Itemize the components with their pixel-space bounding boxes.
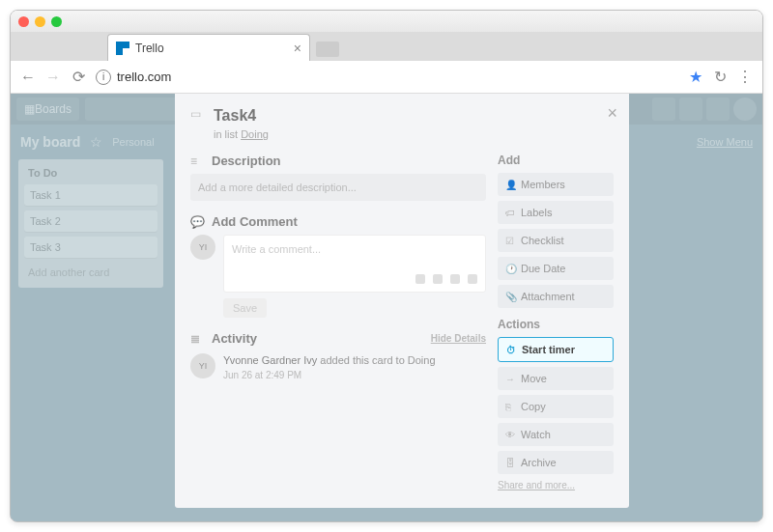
sidebar-add-members[interactable]: 👤Members [498, 173, 614, 196]
sidebar-action-move[interactable]: →Move [498, 367, 614, 390]
window-titlebar [11, 11, 762, 32]
card-title[interactable]: Task4 [214, 107, 256, 125]
activity-heading: Activity [212, 331, 257, 346]
actions-section-title: Actions [498, 318, 614, 331]
tab-title: Trello [135, 42, 164, 55]
extension-icon[interactable]: ↻ [712, 68, 728, 86]
forward-icon: → [45, 69, 61, 86]
viewport: ▦ Boards 🐶 New Stuff ▦ Trello My board ☆… [11, 94, 762, 521]
sidebar-add-attachment[interactable]: 📎Attachment [498, 285, 614, 308]
trello-favicon-icon [116, 42, 129, 55]
sidebar-action-copy[interactable]: ⎘Copy [498, 395, 614, 418]
window-zoom-icon[interactable] [51, 16, 62, 27]
tab-strip: Trello × [11, 32, 762, 61]
card-in-list: in list Doing [214, 128, 614, 140]
sidebar-item-icon: 👁 [505, 430, 515, 440]
activity-avatar: YI [190, 353, 215, 378]
site-info-icon[interactable]: i [96, 70, 111, 85]
add-section-title: Add [498, 154, 614, 167]
sidebar-item-label: Watch [521, 429, 551, 440]
activity-action: added this card to Doing [320, 354, 435, 366]
hide-details-link[interactable]: Hide Details [431, 333, 486, 344]
comment-placeholder: Write a comment... [232, 243, 477, 255]
card-icon: ▭ [190, 107, 204, 125]
sidebar-item-icon: 👤 [505, 180, 515, 190]
menu-icon[interactable]: ⋮ [737, 68, 753, 86]
activity-icon: ≣ [190, 332, 204, 346]
sidebar-action-start-timer[interactable]: ⏱Start timer [498, 337, 614, 362]
comment-input[interactable]: Write a comment... [223, 235, 486, 293]
sidebar-add-labels[interactable]: 🏷Labels [498, 201, 614, 224]
list-link[interactable]: Doing [241, 128, 269, 140]
sidebar-add-due-date[interactable]: 🕐Due Date [498, 257, 614, 280]
toolbar: ← → ⟳ i trello.com ★ ↻ ⋮ [11, 61, 762, 94]
sidebar-item-label: Labels [521, 207, 552, 218]
user-avatar: YI [190, 235, 215, 260]
sidebar-action-watch[interactable]: 👁Watch [498, 423, 614, 446]
url-text: trello.com [117, 70, 171, 84]
comment-tools [232, 274, 477, 284]
sidebar-item-label: Archive [521, 457, 557, 468]
bookmark-star-icon[interactable]: ★ [689, 68, 702, 86]
trello-app: ▦ Boards 🐶 New Stuff ▦ Trello My board ☆… [11, 94, 762, 521]
back-icon[interactable]: ← [20, 69, 36, 86]
attachment-tool-icon[interactable] [415, 274, 425, 284]
mention-tool-icon[interactable] [433, 274, 443, 284]
sidebar-item-label: Attachment [521, 291, 575, 302]
comment-icon: 💬 [190, 215, 204, 229]
reload-icon[interactable]: ⟳ [71, 68, 86, 86]
share-link[interactable]: Share and more... [498, 480, 614, 490]
sidebar-item-icon: 🏷 [505, 208, 515, 218]
activity-user[interactable]: Yvonne Gardner Ivy [223, 354, 317, 366]
sidebar-item-label: Copy [521, 401, 546, 412]
activity-timestamp: Jun 26 at 2:49 PM [223, 370, 301, 380]
comment-heading: Add Comment [212, 214, 298, 229]
card-sidebar: Add 👤Members🏷Labels☑Checklist🕐Due Date📎A… [498, 154, 614, 490]
browser-tab[interactable]: Trello × [107, 34, 310, 61]
save-comment-button[interactable]: Save [223, 298, 267, 318]
description-heading: Description [212, 154, 281, 168]
sidebar-item-icon: → [505, 374, 515, 384]
card-tool-icon[interactable] [468, 274, 477, 284]
emoji-tool-icon[interactable] [450, 274, 460, 284]
card-main: ≡Description Add a more detailed descrip… [190, 154, 486, 490]
sidebar-item-label: Move [521, 373, 547, 384]
sidebar-item-icon: 📎 [505, 292, 515, 302]
sidebar-action-archive[interactable]: 🗄Archive [498, 451, 614, 474]
sidebar-item-icon: 🗄 [505, 458, 515, 468]
description-input[interactable]: Add a more detailed description... [190, 174, 486, 201]
activity-item: YI Yvonne Gardner Ivy added this card to… [190, 353, 486, 383]
sidebar-item-label: Start timer [522, 344, 575, 355]
new-tab-button[interactable] [316, 42, 339, 57]
sidebar-item-label: Checklist [521, 235, 564, 246]
description-icon: ≡ [190, 154, 204, 168]
close-icon[interactable]: × [607, 103, 617, 124]
window-close-icon[interactable] [18, 16, 29, 27]
address-bar[interactable]: i trello.com [96, 70, 679, 85]
sidebar-add-checklist[interactable]: ☑Checklist [498, 229, 614, 252]
sidebar-item-label: Due Date [521, 263, 565, 274]
browser-window: Trello × ← → ⟳ i trello.com ★ ↻ ⋮ ▦ Boar… [10, 10, 763, 522]
sidebar-item-icon: ⏱ [506, 345, 516, 355]
card-modal: × ▭ Task4 in list Doing ≡Description Add… [175, 94, 629, 508]
sidebar-item-label: Members [521, 179, 565, 190]
window-minimize-icon[interactable] [35, 16, 45, 27]
sidebar-item-icon: 🕐 [505, 264, 515, 274]
sidebar-item-icon: ⎘ [505, 402, 515, 412]
sidebar-item-icon: ☑ [505, 236, 515, 246]
tab-close-icon[interactable]: × [294, 41, 301, 56]
